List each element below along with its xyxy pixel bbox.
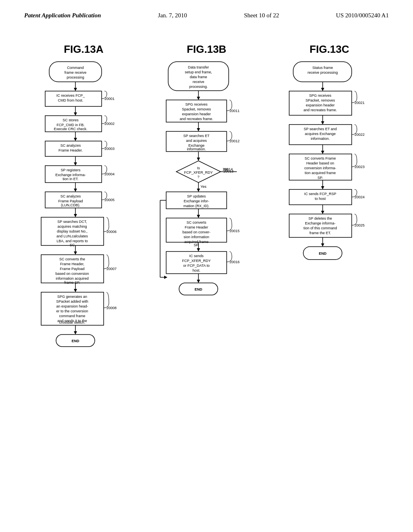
page-header: Patent Application Publication Jan. 7, 2… <box>0 0 413 23</box>
svg-text:FCP_CMD in FB.: FCP_CMD in FB. <box>57 123 85 127</box>
figure-13a: FIG.13A Command frame receive processing… <box>24 43 143 430</box>
svg-text:mation (RX_ID).: mation (RX_ID). <box>184 204 210 208</box>
svg-text:SP searches ET and: SP searches ET and <box>304 127 337 131</box>
svg-text:frame receive: frame receive <box>65 71 87 75</box>
svg-text:Frame Payload: Frame Payload <box>58 199 83 203</box>
svg-text:SP.: SP. <box>317 176 323 180</box>
svg-text:END: END <box>194 287 202 291</box>
svg-text:IC sends FCP_RSP: IC sends FCP_RSP <box>304 192 336 196</box>
svg-text:setup end frame,: setup end frame, <box>185 70 212 74</box>
svg-text:tion acquired frame: tion acquired frame <box>305 171 336 175</box>
svg-marker-116 <box>197 215 200 218</box>
svg-text:END: END <box>319 251 327 256</box>
svg-text:Yes: Yes <box>200 185 206 189</box>
svg-text:information acquired: information acquired <box>56 276 89 281</box>
sheet-label: Sheet 10 of 22 <box>244 12 279 19</box>
svg-text:display subset No.,: display subset No., <box>57 229 88 233</box>
fig13c-title: FIG.13C <box>310 43 349 56</box>
fig13b-diagram: Data transfer setup end frame, data fram… <box>162 60 251 430</box>
svg-text:Frame Header: Frame Header <box>185 225 208 229</box>
svg-marker-126 <box>197 248 200 251</box>
svg-marker-58 <box>74 289 77 292</box>
svg-marker-38 <box>74 214 77 217</box>
svg-marker-11 <box>74 112 77 116</box>
svg-marker-31 <box>74 189 77 192</box>
svg-text:SPacket added with: SPacket added with <box>56 299 89 303</box>
svg-marker-150 <box>321 121 324 125</box>
svg-text:CMD from host.: CMD from host. <box>58 98 83 102</box>
svg-marker-5 <box>74 88 77 91</box>
svg-text:receive processing: receive processing <box>307 71 338 75</box>
svg-text:command frame: command frame <box>59 314 86 318</box>
svg-text:FCP_XFER_RDY: FCP_XFER_RDY <box>182 259 211 263</box>
svg-text:conversion informa-: conversion informa- <box>304 166 336 170</box>
svg-text:expansion header: expansion header <box>306 103 335 107</box>
svg-text:tion of this command: tion of this command <box>303 226 337 230</box>
svg-text:?: ? <box>197 175 199 179</box>
svg-marker-166 <box>321 186 324 189</box>
svg-text:SP deletes the: SP deletes the <box>308 216 332 220</box>
svg-text:Frame Header.: Frame Header. <box>58 148 83 152</box>
svg-text:END: END <box>72 339 80 343</box>
svg-text:SP registers: SP registers <box>61 168 81 172</box>
svg-text:Command: Command <box>67 66 84 70</box>
svg-text:based on conversion: based on conversion <box>56 272 89 276</box>
svg-marker-180 <box>321 243 324 247</box>
svg-text:Data transfer: Data transfer <box>188 65 209 69</box>
svg-text:Exchange infor-: Exchange infor- <box>184 199 209 203</box>
svg-text:Frame Payload: Frame Payload <box>60 267 85 271</box>
svg-text:SPG generates an: SPG generates an <box>57 295 87 299</box>
svg-text:based on conver-: based on conver- <box>182 230 211 234</box>
svg-text:SPG receives: SPG receives <box>309 94 332 98</box>
svg-marker-48 <box>74 251 77 255</box>
patent-number: US 2010/0005240 A1 <box>336 12 389 19</box>
svg-marker-157 <box>321 151 324 154</box>
svg-text:data frame: data frame <box>190 75 207 79</box>
fig13a-diagram: Command frame receive processing IC rece… <box>39 60 128 430</box>
svg-text:Exchange informa-: Exchange informa- <box>56 173 86 177</box>
svg-marker-142 <box>321 88 324 91</box>
svg-text:Status frame: Status frame <box>312 66 333 70</box>
svg-text:Frame Header,: Frame Header, <box>60 262 84 266</box>
svg-text:20014: 20014 <box>223 167 233 171</box>
fig13b-title: FIG.13B <box>187 43 226 56</box>
svg-text:SC analyzes: SC analyzes <box>60 143 81 148</box>
svg-marker-87 <box>197 128 200 131</box>
svg-marker-24 <box>74 162 77 166</box>
publication-label: Patent Application Publication <box>24 12 101 19</box>
svg-text:acquires Exchange: acquires Exchange <box>305 132 336 136</box>
svg-text:Exchange informa-: Exchange informa- <box>305 221 336 225</box>
svg-text:SPacket, removes: SPacket, removes <box>305 98 335 102</box>
svg-text:SP searches ET: SP searches ET <box>184 134 210 138</box>
svg-marker-134 <box>197 280 200 283</box>
svg-text:SC converts Frame: SC converts Frame <box>305 156 336 160</box>
svg-text:IC receives FCP_: IC receives FCP_ <box>56 94 86 98</box>
main-content: FIG.13A Command frame receive processing… <box>0 23 413 438</box>
svg-marker-172 <box>321 211 324 214</box>
svg-text:(LUN,CDB).: (LUN,CDB). <box>61 203 80 207</box>
svg-text:SC: SC <box>70 243 75 247</box>
svg-text:frame SP.: frame SP. <box>65 281 80 285</box>
figure-13b: FIG.13B Data transfer setup end frame, d… <box>147 43 266 430</box>
svg-text:SC converts the: SC converts the <box>59 257 85 261</box>
svg-text:acquires matching: acquires matching <box>58 224 87 229</box>
fig13c-diagram: Status frame receive processing SPG rece… <box>285 60 374 430</box>
svg-text:SC converts: SC converts <box>186 220 206 224</box>
svg-text:er to the conversion: er to the conversion <box>56 309 88 313</box>
svg-text:Spacket, removes: Spacket, removes <box>182 107 211 111</box>
svg-text:SP searches DCT,: SP searches DCT, <box>58 220 87 224</box>
svg-text:SPG receives: SPG receives <box>185 102 208 106</box>
svg-text:frame the ET.: frame the ET. <box>309 231 331 235</box>
svg-text:expansion header: expansion header <box>182 112 211 116</box>
svg-text:LBA, and reports to: LBA, and reports to <box>57 239 88 243</box>
svg-marker-104 <box>197 189 200 192</box>
svg-marker-79 <box>197 97 200 100</box>
svg-text:or FCP_DATA to: or FCP_DATA to <box>183 264 210 268</box>
svg-text:SC stores: SC stores <box>63 118 79 122</box>
svg-marker-95 <box>197 158 200 161</box>
svg-text:Header based on: Header based on <box>306 161 334 165</box>
svg-text:SP updates: SP updates <box>187 194 206 198</box>
svg-text:processing: processing <box>67 75 85 79</box>
svg-text:receive: receive <box>192 80 204 84</box>
svg-text:IC sends: IC sends <box>189 254 204 258</box>
